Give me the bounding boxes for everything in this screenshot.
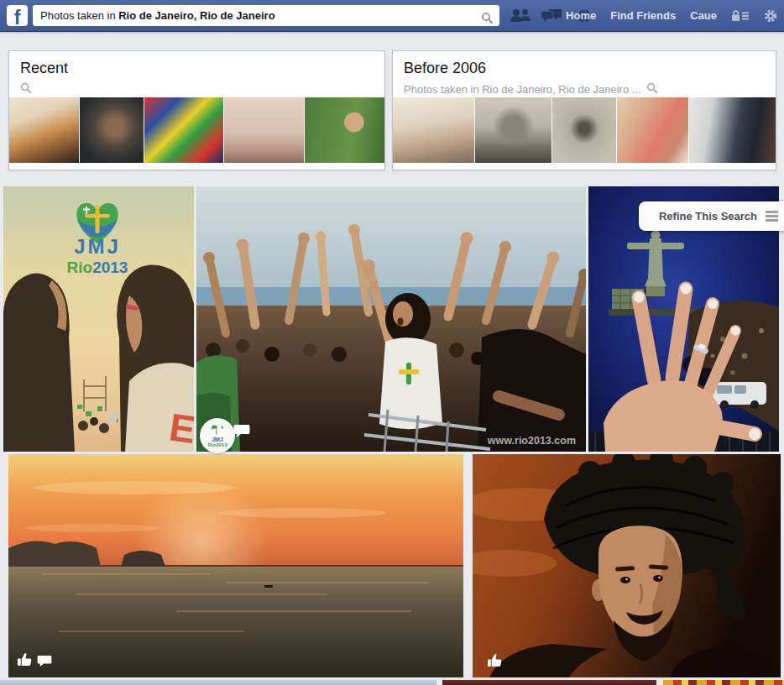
photo-crowd-worship[interactable]: www.rio2013.com xyxy=(196,186,586,452)
thumbnail-cat-photo[interactable] xyxy=(9,97,79,163)
like-icon[interactable] xyxy=(17,652,33,670)
nav-home[interactable]: Home xyxy=(566,9,596,22)
before-2006-card-title: Before 2006 xyxy=(404,60,765,77)
couple-photo-illustration: JMJ Rio2013 E xyxy=(3,186,194,452)
top-navigation-bar: f Photos taken in Rio de Janeiro, Rio de… xyxy=(0,0,784,32)
friend-requests-icon[interactable] xyxy=(509,8,531,23)
top-nav-links: Home Find Friends Caue xyxy=(566,0,777,31)
photo-couple-jmj-logo[interactable]: JMJ Rio2013 E xyxy=(3,186,194,452)
privacy-shortcuts-icon[interactable] xyxy=(731,9,750,22)
badge-rio2013-text: Rio2013 xyxy=(207,442,227,447)
thumbnail-bw-ground-figure[interactable] xyxy=(552,97,616,163)
recent-search-icon[interactable] xyxy=(20,82,31,96)
photo-partial-colorful[interactable] xyxy=(663,680,784,685)
photo-partial-dark-red[interactable] xyxy=(442,680,656,685)
before-2006-thumbnails xyxy=(393,97,776,163)
photo-man-turban[interactable] xyxy=(473,454,781,677)
comment-icon[interactable] xyxy=(37,655,52,671)
recent-card-title: Recent xyxy=(20,60,374,77)
thumbnail-colorful-painting[interactable] xyxy=(144,97,223,163)
like-icon[interactable] xyxy=(487,653,503,671)
recent-card-header: Recent xyxy=(9,51,384,97)
crowd-photo-illustration: www.rio2013.com xyxy=(196,186,586,452)
sunset-photo-illustration xyxy=(8,454,463,677)
facebook-photo-search-page: f Photos taken in Rio de Janeiro, Rio de… xyxy=(0,0,784,685)
messages-icon[interactable] xyxy=(541,8,563,23)
refine-button-label: Refine This Search xyxy=(639,210,766,222)
thumbnail-two-women[interactable] xyxy=(617,97,687,163)
thumbnail-boy-glasses[interactable] xyxy=(475,97,551,163)
recent-thumbnails xyxy=(9,97,384,163)
like-icon[interactable] xyxy=(212,421,229,441)
before-2006-search-icon[interactable] xyxy=(646,82,657,96)
search-input[interactable]: Photos taken in Rio de Janeiro, Rio de J… xyxy=(33,5,499,26)
before-2006-card-header: Before 2006 Photos taken in Rio de Janei… xyxy=(393,51,776,97)
comment-icon[interactable] xyxy=(233,424,250,442)
settings-gear-icon[interactable] xyxy=(764,9,777,23)
hamburger-menu-icon xyxy=(766,211,778,222)
recent-results-card[interactable]: Recent xyxy=(8,50,385,170)
thumbnail-wedding-couple[interactable] xyxy=(689,97,776,163)
thumbnail-woman-portrait[interactable] xyxy=(80,97,144,163)
search-query-text: Rio de Janeiro, Rio de Janeiro xyxy=(118,9,274,22)
nav-profile-name[interactable]: Caue xyxy=(690,9,717,22)
turban-photo-illustration xyxy=(473,454,781,677)
search-icon[interactable] xyxy=(481,9,493,26)
photo-sunset-sea[interactable] xyxy=(8,454,463,677)
photo-partial-sky[interactable] xyxy=(0,680,436,685)
nav-find-friends[interactable]: Find Friends xyxy=(610,9,676,22)
photo-watermark: www.rio2013.com xyxy=(487,435,576,447)
before-2006-results-card[interactable]: Before 2006 Photos taken in Rio de Janei… xyxy=(392,50,776,170)
thumbnail-facepaint-park[interactable] xyxy=(305,97,384,163)
search-query-prefix: Photos taken in xyxy=(40,9,118,22)
thumbnail-family-dinner[interactable] xyxy=(393,97,474,163)
before-2006-card-subtitle: Photos taken in Rio de Janeiro, Rio de J… xyxy=(404,83,641,96)
facebook-logo-letter: f xyxy=(14,7,21,26)
thumbnail-vintage-street[interactable] xyxy=(224,97,305,163)
refine-this-search-button[interactable]: Refine This Search xyxy=(639,201,784,231)
facebook-logo[interactable]: f xyxy=(7,5,28,26)
